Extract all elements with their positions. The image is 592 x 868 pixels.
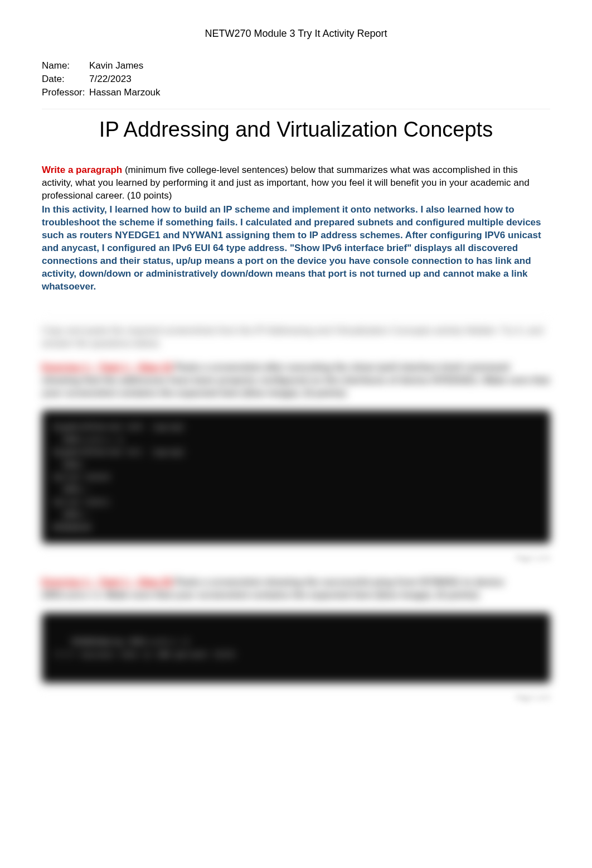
- date-label: Date:: [42, 73, 89, 86]
- blurred-intro: Copy and paste the required screenshots …: [42, 319, 550, 350]
- terminal-screenshot-2: NYWAN1#ping 2001:a:b:c::1 !!!!! Success …: [42, 613, 550, 683]
- name-value: Kavin James: [89, 59, 143, 73]
- student-response: In this activity, I learned how to build…: [42, 204, 550, 293]
- q2-label: Exercise 1 – Task 1 – Step 25: [42, 577, 172, 587]
- course-header: NETW270 Module 3 Try It Activity Report: [42, 28, 550, 40]
- date-value: 7/22/2023: [89, 73, 132, 86]
- professor-value: Hassan Marzouk: [89, 86, 161, 99]
- page-indicator-2: Page 1 of 4: [42, 691, 550, 702]
- question-1: Exercise 1 – Task 1 – Step 15 Paste a sc…: [42, 361, 550, 400]
- question-2: Exercise 1 – Task 1 – Step 25 Paste a sc…: [42, 576, 550, 602]
- page-indicator-1: Page 1 of 4: [42, 552, 550, 562]
- q1-label: Exercise 1 – Task 1 – Step 15: [42, 362, 172, 373]
- blurred-content-2: Exercise 1 – Task 1 – Step 25 Paste a sc…: [42, 576, 550, 602]
- meta-name-row: Name: Kavin James: [42, 59, 550, 73]
- meta-block: Name: Kavin James Date: 7/22/2023 Profes…: [42, 59, 550, 99]
- name-label: Name:: [42, 59, 89, 73]
- terminal-2-line: NYWAN1#ping 2001:a:b:c::1 !!!!! Success …: [53, 637, 236, 658]
- instruction-paragraph: Write a paragraph (minimum five college-…: [42, 164, 550, 202]
- terminal-screenshot-1: GigabitEthernet 0/0 [up/up] 2001:a:b:c::…: [42, 411, 550, 543]
- professor-label: Professor:: [42, 86, 89, 99]
- page-title: IP Addressing and Virtualization Concept…: [42, 109, 550, 142]
- instruction-prefix: Write a paragraph: [42, 165, 122, 175]
- blurred-content: Copy and paste the required screenshots …: [42, 319, 550, 400]
- meta-date-row: Date: 7/22/2023: [42, 73, 550, 86]
- meta-professor-row: Professor: Hassan Marzouk: [42, 86, 550, 99]
